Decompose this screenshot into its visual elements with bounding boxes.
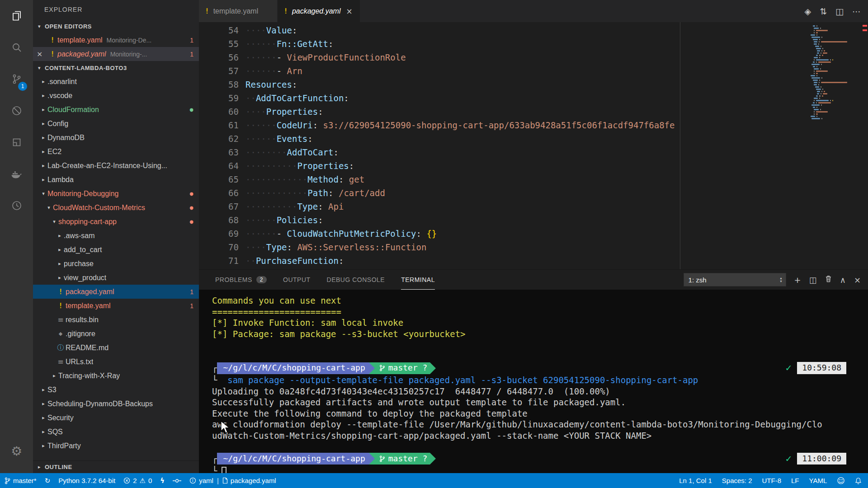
source-control-icon[interactable]: 1 [0,63,33,95]
tab-label: template.yaml [213,7,259,15]
more-actions-icon[interactable]: ⋯ [852,6,861,16]
code-token: : [328,188,339,198]
code-line: 69······- CloudWatchPutMetricPolicy: {} [199,227,868,240]
code-line-content: ······Events: [245,132,313,145]
open-editor-packaged.yaml[interactable]: ×!packaged.yamlMonitoring-...1 [33,47,199,61]
code-token: : [339,256,344,266]
language-mode[interactable]: YAML [809,477,827,484]
cursor-position[interactable]: Ln 1, Col 1 [679,477,712,484]
tree-item-EC2[interactable]: ▸EC2 [33,145,199,159]
terminal-shell-select[interactable]: 1: zsh ▴▾ [684,273,786,286]
open-changes-icon[interactable]: ◈ [805,6,811,16]
panel-tab-debug-console[interactable]: DEBUG CONSOLE [327,270,385,290]
history-icon[interactable] [0,190,33,221]
tree-item-Config[interactable]: ▸Config [33,117,199,131]
prompt-frame: └ [212,375,227,385]
extensions-icon[interactable] [0,127,33,158]
panel-tab-problems[interactable]: PROBLEMS2 [215,270,267,290]
tree-item-CloudFormation[interactable]: ▸CloudFormation● [33,103,199,117]
code-line: 68······Policies: [199,213,868,227]
sonarlint-icon[interactable] [0,95,33,127]
tree-item-.gitignore[interactable]: ◆.gitignore [33,327,199,341]
line-number: 55 [199,37,245,51]
tree-item-Lab-Create-an-EC2-Instance-Using...[interactable]: ▸Lab-Create-an-EC2-Instance-Using... [33,159,199,173]
python-version[interactable]: Python 3.7.2 64-bit [58,477,115,484]
minimap-token [813,102,815,103]
open-editors-header[interactable]: ▾ OPEN EDITORS [33,19,199,33]
tree-item-.sonarlint[interactable]: ▸.sonarlint [33,75,199,89]
tree-item-ThirdParty[interactable]: ▸ThirdParty [33,439,199,453]
tree-item-DynamoDB[interactable]: ▸DynamoDB [33,131,199,145]
code-editor[interactable]: 54····Value:55······Fn::GetAtt:56······-… [199,22,868,269]
encoding-setting[interactable]: UTF-8 [762,477,782,484]
chevron-right-icon: ▸ [56,261,64,267]
minimap-token [819,39,820,40]
tree-item-Scheduling-DynamoDB-Backups[interactable]: ▸Scheduling-DynamoDB-Backups [33,397,199,411]
close-editor-icon[interactable]: × [37,50,47,58]
kill-terminal-icon[interactable] [825,275,832,285]
tree-item-Security[interactable]: ▸Security [33,411,199,425]
terminal[interactable]: Commands you can use next===============… [199,290,868,473]
close-tab-icon[interactable]: × [345,7,354,16]
code-token: AWS::Serverless::Function [297,242,426,252]
panel-tab-terminal[interactable]: TERMINAL [401,270,435,290]
tree-item-S3[interactable]: ▸S3 [33,383,199,397]
settings-gear-icon[interactable]: ⚙ [0,435,33,467]
sync-icon[interactable]: ⇅ [820,6,827,16]
feedback-smiley-icon[interactable]: ☺ [837,476,845,485]
maximize-panel-icon[interactable]: ∧ [840,275,846,285]
overview-ruler[interactable] [861,22,868,269]
code-token: : [318,202,328,211]
code-token: s3://629054125090-shopping-cart-app/633a… [323,120,675,130]
tree-item-Monitoring-Debugging[interactable]: ▾Monitoring-Debugging● [33,187,199,201]
lightning-icon[interactable]: ϟ [160,477,165,485]
indentation-setting[interactable]: Spaces: 2 [722,477,752,484]
list-file-icon: ≡ [56,315,66,324]
tree-item-SQS[interactable]: ▸SQS [33,425,199,439]
minimap-token [816,95,818,97]
project-root-header[interactable]: ▾ CONTENT-LAMBDA-BOTO3 [33,61,199,75]
split-editor-icon[interactable]: ◫ [835,6,844,16]
outline-header[interactable]: ▸ OUTLINE [33,460,199,473]
tree-item-shopping-cart-app[interactable]: ▾shopping-cart-app● [33,215,199,229]
tree-item-URLs.txt[interactable]: ≡URLs.txt [33,355,199,369]
search-icon[interactable] [0,32,33,63]
editor-tab-template.yaml[interactable]: !template.yaml [199,0,278,22]
sync-status-icon[interactable]: ↻ [45,477,51,485]
minimap-token [819,41,820,42]
docker-icon[interactable] [0,158,33,190]
problems-indicator[interactable]: 2 ⚠ 0 [123,477,152,485]
tree-item-CloudWatch-Custom-Metrics[interactable]: ▾CloudWatch-Custom-Metrics● [33,201,199,215]
new-terminal-icon[interactable]: + [794,275,801,285]
tree-item-.aws-sam[interactable]: ▸.aws-sam [33,229,199,243]
tree-item-.vscode[interactable]: ▸.vscode [33,89,199,103]
tree-item-template.yaml[interactable]: !template.yaml1 [33,299,199,313]
yaml-validation-status[interactable]: yaml | packaged.yaml [189,477,276,484]
minimap[interactable] [808,22,861,269]
minimap-token [821,118,822,119]
close-panel-icon[interactable]: × [854,275,861,285]
line-number: 65 [199,173,245,186]
open-editor-template.yaml[interactable]: !template.yamlMonitoring-De...1 [33,33,199,47]
tree-item-results.bin[interactable]: ≡results.bin [33,313,199,327]
commit-node-icon[interactable] [173,478,181,484]
code-line: 61······CodeUri: s3://629054125090-shopp… [199,118,868,132]
tree-item-purchase[interactable]: ▸purchase [33,257,199,271]
git-branch-indicator[interactable]: master* [5,477,37,484]
tree-item-README.md[interactable]: ⓘREADME.md [33,341,199,355]
eol-setting[interactable]: LF [791,477,799,484]
split-terminal-icon[interactable]: ◫ [809,275,817,285]
chevron-right-icon: ▸ [39,401,47,407]
status-bar-right: Ln 1, Col 1 Spaces: 2 UTF-8 LF YAML ☺ [679,476,862,485]
code-line-content: ····Properties: [245,105,323,118]
tree-item-Tracing-with-X-Ray[interactable]: ▸Tracing-with-X-Ray [33,369,199,383]
panel-tab-output[interactable]: OUTPUT [283,270,311,290]
indent-whitespace: ···· [245,242,266,252]
tree-item-add_to_cart[interactable]: ▸add_to_cart [33,243,199,257]
explorer-icon[interactable] [0,0,33,32]
editor-tab-packaged.yaml[interactable]: !packaged.yaml× [278,0,360,22]
tree-item-Lambda[interactable]: ▸Lambda [33,173,199,187]
tree-item-packaged.yaml[interactable]: !packaged.yaml1 [33,285,199,299]
notifications-bell-icon[interactable] [855,477,862,484]
tree-item-view_product[interactable]: ▸view_product [33,271,199,285]
